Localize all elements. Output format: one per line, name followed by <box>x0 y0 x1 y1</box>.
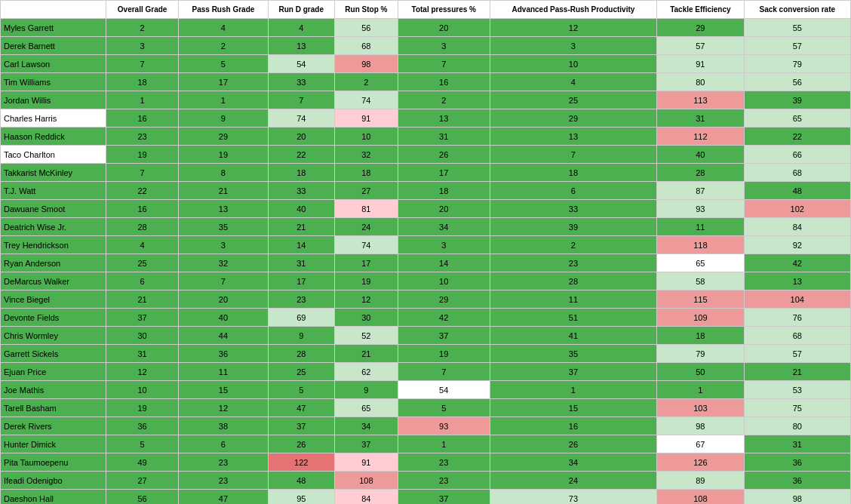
stat-cell: 108 <box>657 490 744 505</box>
stat-cell: 126 <box>657 453 744 472</box>
stat-cell: 24 <box>334 218 398 236</box>
stat-cell: 23 <box>398 472 490 490</box>
stat-cell: 18 <box>657 327 744 345</box>
stat-cell: 6 <box>179 435 268 453</box>
stat-cell: 66 <box>744 146 850 164</box>
table-row: Carl Lawson7554987109179 <box>1 55 851 73</box>
stat-cell: 21 <box>334 345 398 363</box>
stat-cell: 1 <box>398 435 490 453</box>
table-row: Daeshon Hall56479584377310898 <box>1 490 851 505</box>
stat-cell: 62 <box>334 363 398 381</box>
stat-cell: 19 <box>334 272 398 290</box>
stat-cell: 37 <box>334 435 398 453</box>
player-name: Takkarist McKinley <box>1 164 106 182</box>
stat-cell: 26 <box>268 435 334 453</box>
stat-cell: 29 <box>398 290 490 309</box>
stat-cell: 15 <box>490 399 657 417</box>
stat-cell: 98 <box>744 490 850 505</box>
stat-cell: 10 <box>398 272 490 290</box>
table-row: Takkarist McKinley78181817182868 <box>1 164 851 182</box>
stat-cell: 2 <box>490 236 657 254</box>
table-row: Ryan Anderson2532311714236542 <box>1 254 851 272</box>
stat-cell: 13 <box>744 272 850 290</box>
player-name: Derek Rivers <box>1 417 106 435</box>
player-name: DeMarcus Walker <box>1 272 106 290</box>
stat-cell: 7 <box>398 55 490 73</box>
stat-cell: 74 <box>334 91 398 109</box>
stat-cell: 95 <box>268 490 334 505</box>
table-row: Ifeadi Odenigbo27234810823248936 <box>1 472 851 490</box>
table-row: T.J. Watt222133271868748 <box>1 182 851 200</box>
header-col-6: Advanced Pass-Rush Productivity <box>490 1 657 19</box>
stat-cell: 22 <box>106 182 179 200</box>
stat-cell: 7 <box>268 91 334 109</box>
stats-table: Overall GradePass Rush GradeRun D gradeR… <box>0 0 851 504</box>
player-name: Taco Charlton <box>1 146 106 164</box>
stat-cell: 26 <box>398 146 490 164</box>
table-row: Charles Harris169749113293165 <box>1 109 851 128</box>
stat-cell: 4 <box>268 19 334 37</box>
table-row: Myles Garrett2445620122955 <box>1 19 851 37</box>
stat-cell: 13 <box>268 37 334 55</box>
stat-cell: 53 <box>744 381 850 399</box>
stat-cell: 36 <box>744 453 850 472</box>
stat-cell: 40 <box>179 309 268 327</box>
stat-cell: 22 <box>744 128 850 146</box>
stat-cell: 13 <box>490 128 657 146</box>
stat-cell: 42 <box>744 254 850 272</box>
stat-cell: 19 <box>179 146 268 164</box>
stat-cell: 5 <box>398 399 490 417</box>
stat-cell: 1 <box>657 381 744 399</box>
stat-cell: 50 <box>657 363 744 381</box>
stat-cell: 29 <box>657 19 744 37</box>
stat-cell: 21 <box>179 182 268 200</box>
stat-cell: 98 <box>334 55 398 73</box>
stat-cell: 56 <box>744 73 850 91</box>
stat-cell: 6 <box>106 272 179 290</box>
stat-cell: 17 <box>268 272 334 290</box>
player-name: Jordan Willis <box>1 91 106 109</box>
stat-cell: 67 <box>657 435 744 453</box>
stat-cell: 55 <box>744 19 850 37</box>
stat-cell: 51 <box>490 309 657 327</box>
stat-cell: 37 <box>106 309 179 327</box>
table-row: Joe Mathis101559541153 <box>1 381 851 399</box>
player-name: Garrett Sickels <box>1 345 106 363</box>
stat-cell: 93 <box>398 417 490 435</box>
stat-cell: 80 <box>744 417 850 435</box>
stat-cell: 28 <box>490 272 657 290</box>
stat-cell: 34 <box>334 417 398 435</box>
stat-cell: 14 <box>268 236 334 254</box>
player-name: T.J. Watt <box>1 182 106 200</box>
stat-cell: 10 <box>334 128 398 146</box>
table-row: Vince Biegel212023122911115104 <box>1 290 851 309</box>
stat-cell: 36 <box>106 417 179 435</box>
stat-cell: 20 <box>179 290 268 309</box>
stat-cell: 2 <box>334 73 398 91</box>
stat-cell: 92 <box>744 236 850 254</box>
stat-cell: 91 <box>657 55 744 73</box>
player-name: Ejuan Price <box>1 363 106 381</box>
stat-cell: 23 <box>106 128 179 146</box>
stat-cell: 3 <box>106 37 179 55</box>
stat-cell: 9 <box>334 381 398 399</box>
stat-cell: 22 <box>268 146 334 164</box>
header-row: Overall GradePass Rush GradeRun D gradeR… <box>1 1 851 19</box>
stat-cell: 33 <box>268 182 334 200</box>
stat-cell: 98 <box>657 417 744 435</box>
header-col-2: Pass Rush Grade <box>179 1 268 19</box>
stat-cell: 47 <box>179 490 268 505</box>
stat-cell: 17 <box>398 164 490 182</box>
stat-cell: 27 <box>334 182 398 200</box>
stat-cell: 18 <box>268 164 334 182</box>
stat-cell: 23 <box>398 453 490 472</box>
stat-cell: 28 <box>106 218 179 236</box>
stat-cell: 32 <box>179 254 268 272</box>
stat-cell: 19 <box>398 345 490 363</box>
stat-cell: 4 <box>106 236 179 254</box>
header-col-3: Run D grade <box>268 1 334 19</box>
stat-cell: 17 <box>334 254 398 272</box>
stat-cell: 40 <box>268 200 334 218</box>
stat-cell: 36 <box>179 345 268 363</box>
stat-cell: 65 <box>744 109 850 128</box>
